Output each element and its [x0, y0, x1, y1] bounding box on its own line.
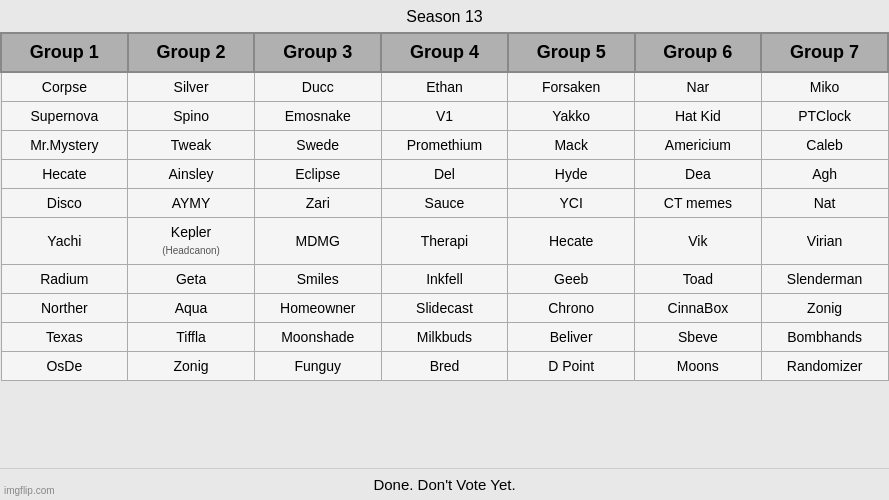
- group-header: Group 7: [761, 33, 888, 72]
- table-cell: Slidecast: [381, 293, 508, 322]
- table-cell: Silver: [128, 72, 255, 102]
- table-cell: MDMG: [254, 218, 381, 265]
- table-row: HecateAinsleyEclipseDelHydeDeaAgh: [1, 160, 888, 189]
- table-cell: Eclipse: [254, 160, 381, 189]
- table-cell: Agh: [761, 160, 888, 189]
- table-cell: Tweak: [128, 131, 255, 160]
- season-title: Season 13: [0, 0, 889, 32]
- table-cell: Hecate: [1, 160, 128, 189]
- table-cell: Norther: [1, 293, 128, 322]
- table-cell: Geeb: [508, 264, 635, 293]
- table-cell: Slenderman: [761, 264, 888, 293]
- table-cell: Sbeve: [635, 322, 762, 351]
- table-cell: Hyde: [508, 160, 635, 189]
- table-row: SupernovaSpinoEmosnakeV1YakkoHat KidPTCl…: [1, 102, 888, 131]
- table-cell: YCI: [508, 189, 635, 218]
- table-cell: Randomizer: [761, 351, 888, 380]
- table-cell: Virian: [761, 218, 888, 265]
- table-cell: CT memes: [635, 189, 762, 218]
- table-cell: Milkbuds: [381, 322, 508, 351]
- table-cell: Supernova: [1, 102, 128, 131]
- table-cell: V1: [381, 102, 508, 131]
- table-cell: Bombhands: [761, 322, 888, 351]
- table-row: RadiumGetaSmilesInkfellGeebToadSlenderma…: [1, 264, 888, 293]
- table-cell: Vik: [635, 218, 762, 265]
- table-cell: Moonshade: [254, 322, 381, 351]
- table-cell: Geta: [128, 264, 255, 293]
- table-body: CorpseSilverDuccEthanForsakenNarMikoSupe…: [1, 72, 888, 380]
- table-row: CorpseSilverDuccEthanForsakenNarMiko: [1, 72, 888, 102]
- table-cell: Del: [381, 160, 508, 189]
- table-cell: Bred: [381, 351, 508, 380]
- table-cell: Ethan: [381, 72, 508, 102]
- table-cell: Ainsley: [128, 160, 255, 189]
- table-cell: Corpse: [1, 72, 128, 102]
- group-header: Group 6: [635, 33, 762, 72]
- table-cell: Texas: [1, 322, 128, 351]
- table-cell: Radium: [1, 264, 128, 293]
- footer-text: Done. Don't Vote Yet.: [0, 468, 889, 500]
- table-cell: Mack: [508, 131, 635, 160]
- table-cell: Zonig: [128, 351, 255, 380]
- table-cell: Miko: [761, 72, 888, 102]
- table-cell: CinnaBox: [635, 293, 762, 322]
- table-row: YachiKepler(Headcanon)MDMGTherapiHecateV…: [1, 218, 888, 265]
- table-cell: Therapi: [381, 218, 508, 265]
- table-cell: OsDe: [1, 351, 128, 380]
- table-cell: Funguy: [254, 351, 381, 380]
- table-cell: Aqua: [128, 293, 255, 322]
- table-cell: Swede: [254, 131, 381, 160]
- group-header: Group 4: [381, 33, 508, 72]
- table-cell: Tiffla: [128, 322, 255, 351]
- table-cell: Mr.Mystery: [1, 131, 128, 160]
- watermark: imgflip.com: [4, 485, 55, 496]
- table-cell: Moons: [635, 351, 762, 380]
- table-cell: Yakko: [508, 102, 635, 131]
- table-cell: Zari: [254, 189, 381, 218]
- header-row: Group 1Group 2Group 3Group 4Group 5Group…: [1, 33, 888, 72]
- group-header: Group 1: [1, 33, 128, 72]
- table-cell: Beliver: [508, 322, 635, 351]
- groups-table: Group 1Group 2Group 3Group 4Group 5Group…: [0, 32, 889, 381]
- table-cell: Nat: [761, 189, 888, 218]
- table-cell: Spino: [128, 102, 255, 131]
- table-row: OsDeZonigFunguyBredD PointMoonsRandomize…: [1, 351, 888, 380]
- table-cell: Sauce: [381, 189, 508, 218]
- table-cell: D Point: [508, 351, 635, 380]
- table-cell: PTClock: [761, 102, 888, 131]
- table-cell: Caleb: [761, 131, 888, 160]
- table-cell: Hat Kid: [635, 102, 762, 131]
- table-cell: Ducc: [254, 72, 381, 102]
- table-cell: Emosnake: [254, 102, 381, 131]
- table-cell: Hecate: [508, 218, 635, 265]
- group-header: Group 2: [128, 33, 255, 72]
- table-row: DiscoAYMYZariSauceYCICT memesNat: [1, 189, 888, 218]
- table-cell: Kepler(Headcanon): [128, 218, 255, 265]
- table-cell: Zonig: [761, 293, 888, 322]
- table-cell: Homeowner: [254, 293, 381, 322]
- group-header: Group 5: [508, 33, 635, 72]
- table-cell: Americium: [635, 131, 762, 160]
- table-cell: AYMY: [128, 189, 255, 218]
- table-cell: Disco: [1, 189, 128, 218]
- table-cell: Inkfell: [381, 264, 508, 293]
- table-cell: Yachi: [1, 218, 128, 265]
- table-cell: Promethium: [381, 131, 508, 160]
- table-row: Mr.MysteryTweakSwedePromethiumMackAmeric…: [1, 131, 888, 160]
- table-cell: Forsaken: [508, 72, 635, 102]
- table-cell: Chrono: [508, 293, 635, 322]
- table-row: TexasTifflaMoonshadeMilkbudsBeliverSbeve…: [1, 322, 888, 351]
- table-cell: Nar: [635, 72, 762, 102]
- table-row: NortherAquaHomeownerSlidecastChronoCinna…: [1, 293, 888, 322]
- table-cell: Toad: [635, 264, 762, 293]
- main-table-wrapper: Group 1Group 2Group 3Group 4Group 5Group…: [0, 32, 889, 468]
- group-header: Group 3: [254, 33, 381, 72]
- table-cell: Dea: [635, 160, 762, 189]
- table-cell: Smiles: [254, 264, 381, 293]
